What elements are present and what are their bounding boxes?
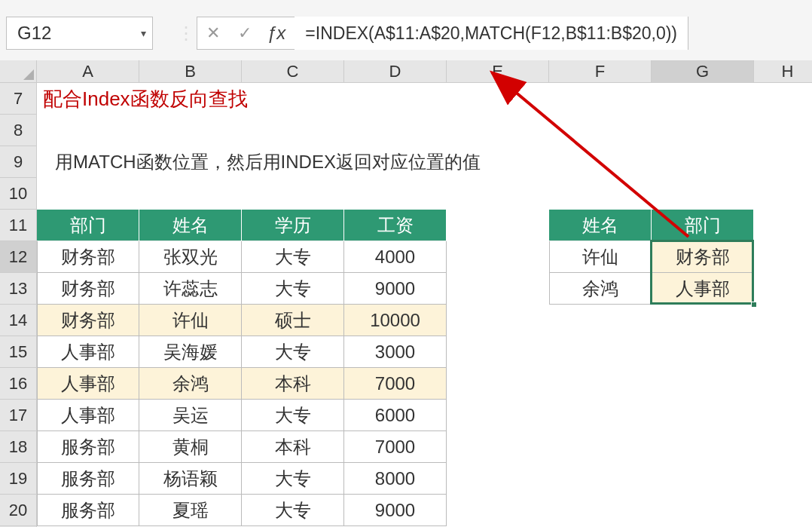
- main-edu-0[interactable]: 大专: [242, 241, 344, 273]
- lookup-dept-1[interactable]: 人事部: [652, 273, 754, 305]
- row-header-16[interactable]: 16: [0, 368, 37, 400]
- divider: ⋮: [177, 23, 195, 44]
- row-header-7[interactable]: 7: [0, 83, 37, 115]
- lookup-header-1[interactable]: 部门: [652, 210, 754, 241]
- main-edu-4[interactable]: 本科: [242, 368, 344, 400]
- col-header-F[interactable]: F: [549, 60, 652, 83]
- col-header-G[interactable]: G: [652, 60, 754, 83]
- col-header-E[interactable]: E: [447, 60, 549, 83]
- main-edu-1[interactable]: 大专: [242, 273, 344, 305]
- col-header-B[interactable]: B: [139, 60, 242, 83]
- main-dept-0[interactable]: 财务部: [37, 241, 139, 273]
- lookup-header-0[interactable]: 姓名: [549, 210, 652, 241]
- main-name-1[interactable]: 许蕊志: [139, 273, 242, 305]
- description-cell[interactable]: 用MATCH函数位置，然后用INDEX返回对应位置的值: [37, 146, 564, 178]
- main-name-4[interactable]: 余鸿: [139, 368, 242, 400]
- spreadsheet-grid[interactable]: ABCDEFGH 789101112131415161718192021 配合I…: [0, 60, 812, 527]
- main-dept-6[interactable]: 服务部: [37, 431, 139, 463]
- main-edu-8[interactable]: 大专: [242, 495, 344, 526]
- main-header-2[interactable]: 学历: [242, 210, 344, 241]
- row-header-12[interactable]: 12: [0, 241, 37, 273]
- row-header-10[interactable]: 10: [0, 178, 37, 210]
- row-header-20[interactable]: 20: [0, 495, 37, 526]
- main-salary-5[interactable]: 6000: [344, 400, 447, 431]
- main-salary-0[interactable]: 4000: [344, 241, 447, 273]
- row-header-17[interactable]: 17: [0, 400, 37, 431]
- check-icon[interactable]: ✓: [229, 17, 261, 50]
- formula-input[interactable]: =INDEX(A$11:A$20,MATCH(F12,B$11:B$20,0)): [295, 17, 688, 50]
- name-box[interactable]: G12 ▾: [6, 17, 153, 50]
- row-header-11[interactable]: 11: [0, 210, 37, 241]
- fx-icon[interactable]: ƒx: [267, 23, 285, 44]
- main-salary-7[interactable]: 8000: [344, 463, 447, 495]
- main-edu-5[interactable]: 大专: [242, 400, 344, 431]
- chevron-down-icon[interactable]: ▾: [141, 27, 146, 39]
- main-edu-6[interactable]: 本科: [242, 431, 344, 463]
- main-dept-4[interactable]: 人事部: [37, 368, 139, 400]
- main-name-6[interactable]: 黄桐: [139, 431, 242, 463]
- row-header-15[interactable]: 15: [0, 336, 37, 368]
- name-box-value: G12: [17, 23, 51, 44]
- main-salary-3[interactable]: 3000: [344, 336, 447, 368]
- row-header-19[interactable]: 19: [0, 463, 37, 495]
- lookup-name-0[interactable]: 许仙: [549, 241, 652, 273]
- column-headers-row: ABCDEFGH: [0, 60, 812, 83]
- main-dept-8[interactable]: 服务部: [37, 495, 139, 526]
- col-header-C[interactable]: C: [242, 60, 344, 83]
- row-headers-column: 789101112131415161718192021: [0, 83, 37, 527]
- main-dept-3[interactable]: 人事部: [37, 336, 139, 368]
- select-all-corner[interactable]: [0, 60, 37, 83]
- col-header-A[interactable]: A: [37, 60, 139, 83]
- title-cell[interactable]: 配合Index函数反向查找: [37, 83, 447, 115]
- formula-bar: G12 ▾ ⋮ ✕ ✓ ƒx =INDEX(A$11:A$20,MATCH(F1…: [0, 0, 812, 60]
- formula-wrap: ✕ ✓ ƒx =INDEX(A$11:A$20,MATCH(F12,B$11:B…: [197, 17, 688, 50]
- main-edu-7[interactable]: 大专: [242, 463, 344, 495]
- col-header-D[interactable]: D: [344, 60, 447, 83]
- main-edu-2[interactable]: 硕士: [242, 305, 344, 336]
- col-header-H[interactable]: H: [754, 60, 812, 83]
- main-dept-7[interactable]: 服务部: [37, 463, 139, 495]
- row-header-9[interactable]: 9: [0, 146, 37, 178]
- formula-buttons: ⋮ ✕ ✓ ƒx =INDEX(A$11:A$20,MATCH(F12,B$11…: [176, 17, 688, 50]
- main-header-3[interactable]: 工资: [344, 210, 447, 241]
- main-dept-2[interactable]: 财务部: [37, 305, 139, 336]
- main-name-8[interactable]: 夏瑶: [139, 495, 242, 526]
- main-name-5[interactable]: 吴运: [139, 400, 242, 431]
- main-name-7[interactable]: 杨语颖: [139, 463, 242, 495]
- cancel-icon[interactable]: ✕: [197, 17, 229, 50]
- main-header-1[interactable]: 姓名: [139, 210, 242, 241]
- main-name-3[interactable]: 吴海媛: [139, 336, 242, 368]
- main-dept-5[interactable]: 人事部: [37, 400, 139, 431]
- main-salary-2[interactable]: 10000: [344, 305, 447, 336]
- formula-text: =INDEX(A$11:A$20,MATCH(F12,B$11:B$20,0)): [305, 23, 677, 44]
- row-header-8[interactable]: 8: [0, 115, 37, 146]
- lookup-name-1[interactable]: 余鸿: [549, 273, 652, 305]
- main-salary-4[interactable]: 7000: [344, 368, 447, 400]
- lookup-dept-0[interactable]: 财务部: [652, 241, 754, 273]
- main-salary-8[interactable]: 9000: [344, 495, 447, 526]
- main-salary-6[interactable]: 7000: [344, 431, 447, 463]
- main-salary-1[interactable]: 9000: [344, 273, 447, 305]
- main-edu-3[interactable]: 大专: [242, 336, 344, 368]
- row-header-14[interactable]: 14: [0, 305, 37, 336]
- main-header-0[interactable]: 部门: [37, 210, 139, 241]
- main-dept-1[interactable]: 财务部: [37, 273, 139, 305]
- row-header-13[interactable]: 13: [0, 273, 37, 305]
- main-name-2[interactable]: 许仙: [139, 305, 242, 336]
- main-name-0[interactable]: 张双光: [139, 241, 242, 273]
- row-header-18[interactable]: 18: [0, 431, 37, 463]
- fill-handle[interactable]: [751, 302, 757, 308]
